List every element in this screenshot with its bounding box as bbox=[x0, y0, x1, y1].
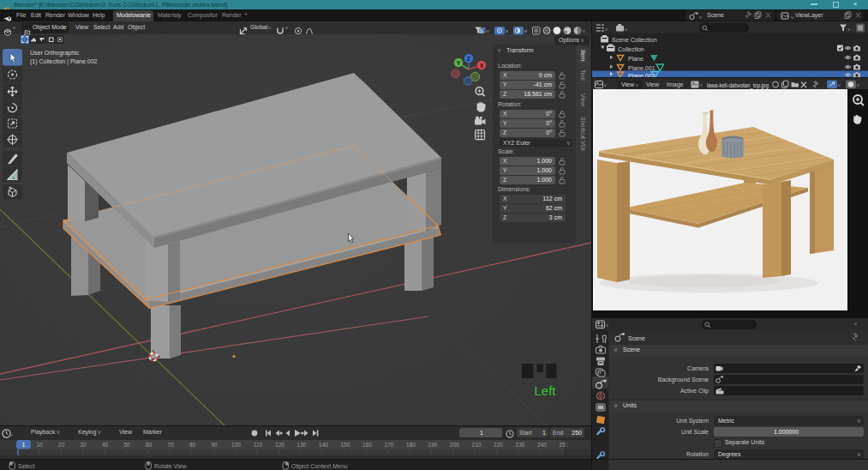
svg-text:Z: Z bbox=[467, 56, 471, 62]
svg-text:v: v bbox=[838, 82, 841, 87]
svg-text:140: 140 bbox=[319, 442, 328, 448]
svg-text:Scene: Scene bbox=[628, 335, 645, 341]
svg-text:lawa-keli-dabvotan_top.jpg: lawa-keli-dabvotan_top.jpg bbox=[707, 81, 769, 88]
svg-text:v: v bbox=[700, 82, 703, 87]
svg-text:210: 210 bbox=[472, 442, 482, 448]
svg-text:v: v bbox=[791, 15, 793, 20]
svg-text:240: 240 bbox=[537, 442, 547, 448]
svg-text:40: 40 bbox=[102, 442, 109, 448]
svg-text:v: v bbox=[506, 28, 508, 33]
svg-text:v: v bbox=[606, 322, 608, 328]
svg-text:200: 200 bbox=[450, 442, 459, 448]
svg-text:v: v bbox=[636, 82, 638, 87]
svg-text:230: 230 bbox=[516, 442, 525, 448]
svg-text:Object Context Menu: Object Context Menu bbox=[291, 463, 348, 470]
svg-text:110: 110 bbox=[254, 442, 263, 448]
svg-text:v: v bbox=[487, 28, 489, 33]
svg-text:View: View bbox=[646, 81, 660, 87]
svg-text:v: v bbox=[625, 27, 627, 32]
svg-text:Plane.001: Plane.001 bbox=[628, 65, 655, 71]
svg-text:180: 180 bbox=[406, 442, 416, 448]
svg-text:170: 170 bbox=[385, 442, 394, 448]
svg-text:X: X bbox=[480, 63, 484, 69]
svg-text:v: v bbox=[605, 27, 608, 32]
svg-text:v: v bbox=[10, 432, 13, 437]
svg-text:v: v bbox=[847, 27, 850, 32]
svg-text:Select: Select bbox=[18, 463, 35, 469]
svg-text:Left: Left bbox=[534, 383, 556, 398]
svg-text:Rotate View: Rotate View bbox=[154, 463, 188, 469]
svg-text:View: View bbox=[621, 81, 635, 87]
svg-text:190: 190 bbox=[428, 442, 438, 448]
svg-text:30: 30 bbox=[80, 442, 87, 448]
svg-text:120: 120 bbox=[275, 442, 284, 448]
svg-text:v: v bbox=[583, 28, 585, 33]
svg-text:160: 160 bbox=[362, 442, 372, 448]
svg-text:v: v bbox=[699, 15, 702, 20]
svg-text:100: 100 bbox=[231, 442, 241, 448]
svg-text:v: v bbox=[857, 82, 859, 87]
svg-text:Image: Image bbox=[667, 81, 684, 88]
svg-text:50: 50 bbox=[123, 442, 130, 448]
svg-text:1: 1 bbox=[22, 442, 26, 448]
svg-text:150: 150 bbox=[341, 442, 350, 448]
svg-text:60: 60 bbox=[146, 442, 153, 448]
svg-text:90: 90 bbox=[211, 442, 218, 448]
svg-text:20: 20 bbox=[58, 442, 65, 448]
svg-text:130: 130 bbox=[297, 442, 307, 448]
svg-text:Collection: Collection bbox=[618, 46, 644, 52]
svg-text:Plane: Plane bbox=[628, 56, 644, 62]
svg-text:Y: Y bbox=[457, 60, 461, 66]
svg-text:v: v bbox=[604, 82, 607, 87]
svg-text:v: v bbox=[524, 28, 527, 33]
svg-text:70: 70 bbox=[167, 442, 174, 448]
svg-text:80: 80 bbox=[189, 442, 196, 448]
svg-text:10: 10 bbox=[36, 442, 43, 448]
svg-text:220: 220 bbox=[494, 442, 503, 448]
svg-text:Scene Collection: Scene Collection bbox=[612, 37, 657, 43]
